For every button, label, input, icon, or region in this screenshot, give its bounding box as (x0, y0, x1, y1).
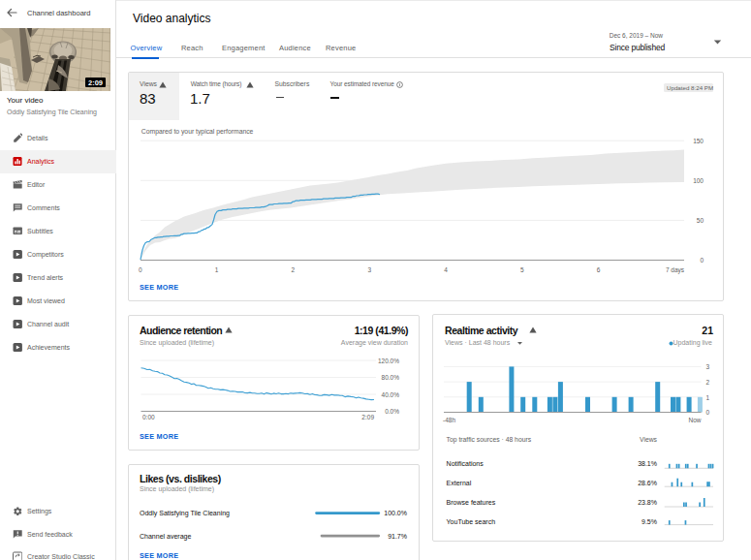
svg-text:2:09: 2:09 (88, 78, 103, 87)
